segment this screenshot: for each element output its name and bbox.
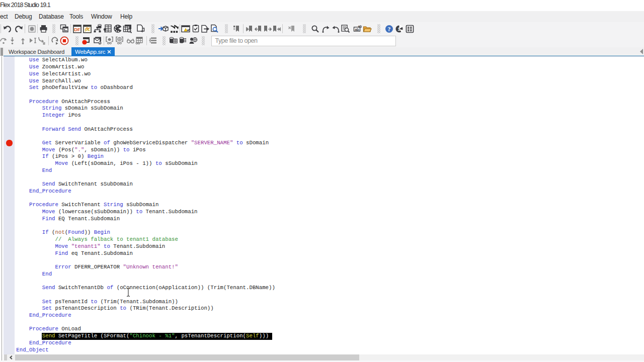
svg-text:DF: DF [74, 27, 80, 32]
svg-text:ab: ab [358, 25, 361, 28]
svg-text:1: 1 [397, 27, 400, 32]
svg-text:?: ? [387, 26, 390, 33]
